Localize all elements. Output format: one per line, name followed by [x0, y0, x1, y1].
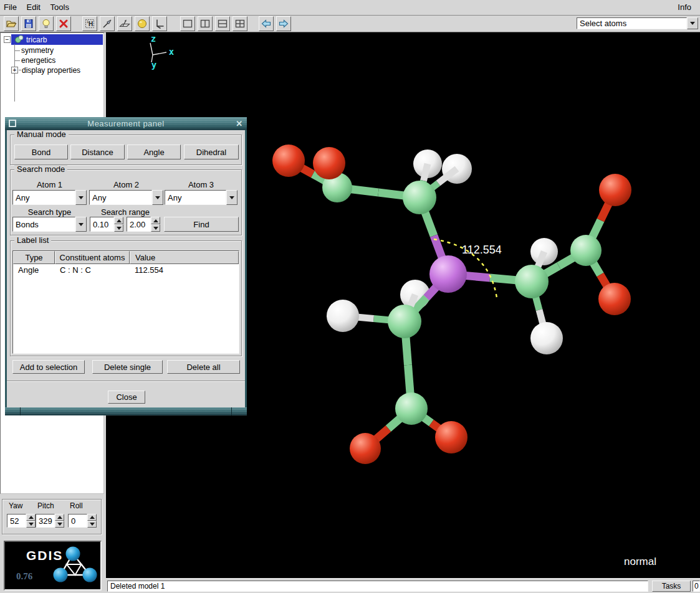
select-atoms-combo[interactable]: Select atoms: [577, 17, 698, 29]
label-list-cell: C : N : C: [55, 265, 130, 275]
tree-item-energetics[interactable]: energetics: [21, 56, 55, 65]
dihedral-button[interactable]: Dihedral: [184, 145, 239, 159]
column-header-value[interactable]: Value: [130, 251, 239, 264]
arrow-up-icon: [57, 516, 62, 519]
tree-item-tricarb[interactable]: [11, 34, 103, 45]
chevron-down-icon: [690, 22, 695, 25]
spin-up-button[interactable]: [55, 514, 64, 521]
arrow-up-icon: [90, 516, 95, 519]
column-header-constituent-atoms[interactable]: Constituent atoms: [55, 251, 130, 264]
quad-pane-button[interactable]: [233, 16, 247, 31]
distance-button[interactable]: Distance: [70, 145, 125, 159]
tree-item-display-properties[interactable]: display properties: [22, 66, 80, 75]
arrow-down-icon: [90, 523, 95, 526]
measure-dart-button[interactable]: [100, 16, 115, 31]
open-folder-button[interactable]: [4, 16, 19, 31]
spin-up-button[interactable]: [87, 514, 97, 521]
atom2-label: Atom 2: [89, 180, 163, 189]
tasks-button[interactable]: Tasks: [652, 581, 691, 592]
menu-item-file[interactable]: File: [0, 0, 21, 14]
next-model-button[interactable]: [276, 16, 291, 31]
label-list-row[interactable]: AngleC : N : C112.554: [13, 264, 239, 275]
menu-item-tools[interactable]: Tools: [47, 0, 73, 14]
arrow-down-icon: [117, 227, 122, 230]
atom3-value[interactable]: Any: [165, 190, 226, 205]
select-atoms-arrow-button[interactable]: [687, 17, 698, 29]
column-header-type[interactable]: Type: [13, 251, 55, 264]
range-max-spinner[interactable]: [151, 217, 160, 232]
yaw-label: Yaw: [9, 501, 22, 510]
close-button[interactable]: ✕: [234, 118, 245, 129]
range-min-spinbox[interactable]: 0.10: [90, 217, 114, 232]
spin-up-button[interactable]: [26, 514, 36, 521]
close-panel-button[interactable]: Close: [108, 391, 145, 404]
arrow-up-icon: [153, 219, 158, 222]
spin-down-button[interactable]: [87, 521, 97, 528]
render-sphere-button[interactable]: [135, 16, 150, 31]
chevron-down-icon: [79, 196, 84, 199]
hydrogen-toggle-button[interactable]: H1: [82, 16, 97, 31]
measurement-panel-titlebar[interactable]: Measurement panel ✕: [5, 117, 247, 130]
spin-up-button[interactable]: [151, 217, 160, 224]
atom2-combo[interactable]: Any: [89, 190, 163, 205]
quad-pane-icon: [234, 18, 246, 29]
menu-item-edit[interactable]: Edit: [23, 0, 44, 14]
label-list-label: Label list: [14, 236, 51, 245]
single-pane-button[interactable]: [180, 16, 195, 31]
range-min-spinner[interactable]: [114, 217, 123, 232]
hint-lightbulb-button[interactable]: [39, 16, 54, 31]
atom2-value[interactable]: Any: [89, 190, 152, 205]
roll-spinner[interactable]: [87, 514, 97, 528]
save-button[interactable]: [21, 16, 36, 31]
find-button[interactable]: Find: [164, 217, 239, 232]
split-horizontal-button[interactable]: [215, 16, 230, 31]
tree-item-tricarb-label[interactable]: tricarb: [26, 36, 47, 44]
search-type-value[interactable]: Bonds: [12, 217, 75, 232]
angle-button[interactable]: Angle: [127, 145, 181, 159]
spin-down-button[interactable]: [114, 224, 123, 232]
pitch-spinner[interactable]: [55, 514, 64, 528]
split-vertical-button[interactable]: [198, 16, 213, 31]
toolbar: H1 Select atoms: [0, 16, 700, 32]
menu-item-info[interactable]: Info: [674, 0, 695, 14]
yaw-spinbox[interactable]: 52: [7, 514, 26, 528]
toolbar-group: [259, 16, 294, 31]
spin-down-button[interactable]: [151, 224, 160, 232]
atom1-value[interactable]: Any: [12, 190, 75, 205]
tree-collapse-button[interactable]: −: [4, 36, 11, 43]
atom1-arrow-button[interactable]: [75, 190, 87, 205]
periodicity-button[interactable]: [117, 16, 132, 31]
panel-separator: [7, 381, 245, 382]
close-icon: ✕: [236, 119, 242, 128]
atom2-arrow-button[interactable]: [152, 190, 163, 205]
delete-single-button[interactable]: Delete single: [92, 360, 163, 374]
atom1-label: Atom 1: [12, 180, 87, 189]
atom1-combo[interactable]: Any: [12, 190, 87, 205]
search-type-arrow-button[interactable]: [75, 217, 87, 232]
measurement-panel-body: Manual mode Bond Distance Angle Dihedral…: [5, 130, 247, 407]
prev-model-button[interactable]: [259, 16, 274, 31]
range-max-spinbox[interactable]: 2.00: [127, 217, 151, 232]
tree-expand-button[interactable]: +: [11, 67, 18, 74]
spin-down-button[interactable]: [55, 521, 64, 528]
delete-all-button[interactable]: Delete all: [167, 360, 240, 374]
bond-button[interactable]: Bond: [14, 145, 68, 159]
menu-bar: File Edit Tools Info: [0, 0, 700, 16]
spin-up-button[interactable]: [114, 217, 123, 224]
select-atoms-value[interactable]: Select atoms: [577, 17, 687, 29]
tree-item-symmetry[interactable]: symmetry: [21, 46, 54, 55]
add-to-selection-button[interactable]: Add to selection: [12, 360, 85, 374]
delete-model-button[interactable]: [56, 16, 71, 31]
atom3-combo[interactable]: Any: [165, 190, 237, 205]
roll-spinbox[interactable]: 0: [68, 514, 87, 528]
periodicity-icon: [119, 18, 130, 29]
axes-button[interactable]: [152, 16, 167, 31]
window-menu-icon[interactable]: [9, 120, 16, 127]
pitch-spinbox[interactable]: 329: [36, 514, 55, 528]
yaw-spinner[interactable]: [26, 514, 36, 528]
gdis-app-window: { "menu_bar": { "items": [ {"label": "Fi…: [0, 0, 700, 593]
measurement-panel-resize-bar[interactable]: [5, 407, 247, 415]
search-type-combo[interactable]: Bonds: [12, 217, 87, 232]
spin-down-button[interactable]: [26, 521, 36, 528]
atom3-arrow-button[interactable]: [226, 190, 237, 205]
